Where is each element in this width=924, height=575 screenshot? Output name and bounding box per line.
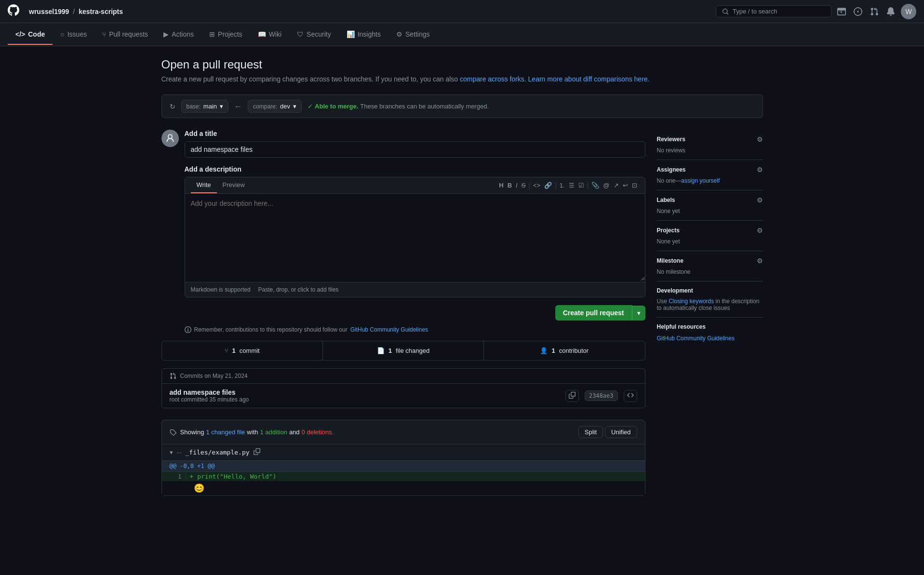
nav-settings[interactable]: ⚙ Settings [388,25,438,45]
breadcrumb: wrussel1999 / kestra-scripts [29,8,123,15]
avatar[interactable]: W [901,4,916,19]
nav-issues[interactable]: ○ Issues [53,25,94,45]
nav-wiki[interactable]: 📖 Wiki [250,25,289,45]
repo-link[interactable]: kestra-scripts [79,8,123,15]
settings-nav-icon: ⚙ [396,30,402,38]
development-text: Use Closing keywords in the description … [657,298,763,311]
page-subtitle: Create a new pull request by comparing c… [161,75,763,83]
diff-hunk-header: @@ -0,0 +1 @@ [162,461,645,472]
search-bar[interactable]: Type / to search [716,5,831,17]
commit-stat-icon: ⑂ [225,347,228,354]
files-stat[interactable]: 📄 1 file changed [323,341,484,360]
pr-title-row: Add a title [161,130,645,158]
assignees-value: No one—assign yourself [657,177,763,184]
assignees-gear-icon[interactable]: ⚙ [757,166,763,174]
toolbar-attach[interactable]: 📎 [589,181,601,190]
assign-yourself-link[interactable]: assign yourself [681,177,720,184]
pr-desc-tabs: Write Preview H B I S | <> 🔗 | 1. ☰ ☑ | [185,177,645,194]
user-link[interactable]: wrussel1999 [29,8,69,15]
projects-value: None yet [657,238,763,245]
compare-forks-link[interactable]: compare across forks. [460,75,526,83]
file-copy-icon[interactable] [254,448,260,456]
nav-pull-requests[interactable]: ⑂ Pull requests [94,25,156,45]
nav-insights[interactable]: 📊 Insights [339,25,388,45]
toolbar-mention[interactable]: @ [601,181,611,190]
nav-security[interactable]: 🛡 Security [289,25,339,45]
split-view-button[interactable]: Split [578,426,603,438]
file-stat-icon: 📄 [377,347,385,354]
page-title: Open a pull request [161,58,763,71]
markdown-note: Markdown is supported [191,286,251,293]
commit-message: add namespace files [170,388,560,396]
merge-status-badge: ✓ Able to merge. These branches can be a… [308,103,489,110]
main-content: Open a pull request Create a new pull re… [154,46,771,508]
toolbar-task-list[interactable]: ☑ [576,181,586,190]
pr-desc-group: Add a description [185,165,645,173]
pr-title-input[interactable] [185,141,645,158]
toolbar-italic[interactable]: I [514,181,520,190]
nav-projects[interactable]: ⊞ Projects [201,25,250,45]
commit-code-button[interactable] [624,390,637,402]
toolbar-bold[interactable]: B [506,181,514,190]
pr-sidebar: Reviewers ⚙ No reviews Assignees ⚙ No on… [657,130,763,496]
sidebar-labels: Labels ⚙ None yet [657,190,763,221]
refresh-icon[interactable]: ↻ [170,103,175,110]
diff-stats-text: Showing 1 changed file with 1 addition a… [170,428,334,436]
user-avatar [161,130,179,147]
pr-desc-footer: Markdown is supported Paste, drop, or cl… [185,282,645,297]
pr-title-label: Add a title [185,130,645,137]
unified-view-button[interactable]: Unified [605,426,637,438]
toolbar-link[interactable]: 🔗 [542,181,554,190]
diff-header: Showing 1 changed file with 1 addition a… [161,420,645,444]
sidebar-projects: Projects ⚙ None yet [657,221,763,251]
file-toggle-icon[interactable]: ▾ [170,449,173,456]
sidebar-milestone: Milestone ⚙ No milestone [657,251,763,281]
pull-request-button[interactable] [868,5,881,18]
commit-copy-button[interactable] [565,390,579,402]
preview-tab[interactable]: Preview [217,177,251,193]
issues-button[interactable] [852,5,864,18]
code-icon: </> [15,30,25,38]
notifications-button[interactable] [884,5,897,18]
community-guidelines-link[interactable]: GitHub Community Guidelines [350,326,428,333]
projects-gear-icon[interactable]: ⚙ [757,227,763,234]
toolbar-unordered-list[interactable]: ☰ [567,181,576,190]
toolbar-heading[interactable]: H [497,181,505,190]
write-tab[interactable]: Write [191,177,217,193]
toolbar-undo[interactable]: ↩ [621,181,630,190]
base-branch-selector[interactable]: base: main ▾ [181,100,229,113]
toolbar-preview-format[interactable]: ⊡ [630,181,639,190]
pr-desc-textarea[interactable] [185,194,645,281]
diff-comparisons-link[interactable]: Learn more about diff comparisons here. [528,75,650,83]
helpful-community-link[interactable]: GitHub Community Guidelines [657,335,735,342]
reviewers-gear-icon[interactable]: ⚙ [757,135,763,143]
pr-form-area: Add a title Add a description Write Prev… [161,130,763,496]
contributors-stat[interactable]: 👤 1 contributor [484,341,644,360]
create-pr-button[interactable]: Create pull request [555,305,632,321]
labels-gear-icon[interactable]: ⚙ [757,196,763,204]
toolbar-code[interactable]: <> [531,181,542,190]
branch-bar: ↻ base: main ▾ ← compare: dev ▾ ✓ Able t… [161,94,763,118]
commits-stat[interactable]: ⑂ 1 commit [162,341,323,360]
toolbar-strikethrough[interactable]: S [520,181,528,190]
toolbar-ordered-list[interactable]: 1. [558,181,567,190]
topbar: wrussel1999 / kestra-scripts Type / to s… [0,0,924,23]
pr-actions-row: Create pull request ▾ [185,305,645,321]
nav-actions[interactable]: ▶ Actions [156,25,201,45]
commit-stats: ⑂ 1 commit 📄 1 file changed 👤 1 contribu… [161,341,645,361]
terminal-button[interactable] [835,5,848,18]
create-pr-dropdown-button[interactable]: ▾ [632,306,645,321]
repo-nav: </> Code ○ Issues ⑂ Pull requests ▶ Acti… [0,23,924,46]
labels-value: None yet [657,208,763,214]
compare-branch-selector[interactable]: compare: dev ▾ [248,100,302,113]
issues-nav-icon: ○ [60,30,64,38]
nav-code[interactable]: </> Code [8,25,53,45]
milestone-gear-icon[interactable]: ⚙ [757,257,763,265]
commit-hash[interactable]: 2348ae3 [585,390,618,401]
toolbar-reference[interactable]: ↗ [612,181,621,190]
closing-keywords-link[interactable]: Closing keywords [669,298,714,305]
commits-date-header: Commits on May 21, 2024 [162,369,645,384]
insights-nav-icon: 📊 [347,30,355,38]
topbar-right: Type / to search W [716,4,916,19]
changed-file-link[interactable]: 1 changed file [206,428,245,436]
